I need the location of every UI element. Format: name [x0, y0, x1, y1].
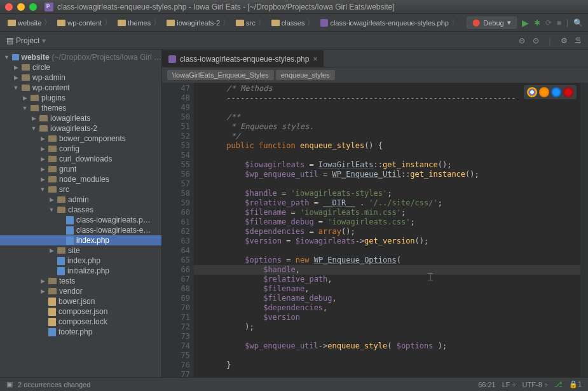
tree-file[interactable]: index.php [0, 256, 161, 266]
tree-arrow-icon[interactable]: ▶ [13, 64, 19, 71]
tree-arrow-icon[interactable]: ▶ [39, 166, 46, 172]
code-line[interactable] [194, 351, 588, 360]
tree-arrow-icon[interactable]: ▶ [31, 115, 37, 121]
code-content[interactable]: /* Methods -----------------------------… [194, 83, 588, 377]
tree-file[interactable]: composer.lock [0, 317, 161, 327]
tree-folder[interactable]: ▶wp-admin [0, 72, 161, 83]
search-icon[interactable]: 🔍 [573, 18, 583, 27]
tree-arrow-icon[interactable]: ▶ [39, 176, 46, 182]
coverage-icon[interactable]: ⟳ [545, 18, 552, 27]
code-line[interactable] [194, 246, 588, 256]
tree-arrow-icon[interactable]: ▶ [39, 278, 46, 284]
project-tool-button[interactable]: ▤ Project ▾ [0, 36, 52, 45]
tree-arrow-icon[interactable]: ▼ [39, 186, 46, 193]
error-stripe[interactable] [580, 83, 588, 377]
editor-tab[interactable]: class-iowagirleats-enqueue-styles.php × [162, 50, 324, 67]
tree-folder[interactable]: ▶plugins [0, 93, 161, 103]
tree-folder[interactable]: ▼classes [0, 205, 161, 215]
tree-arrow-icon[interactable]: ▶ [39, 135, 46, 142]
breadcrumb-item[interactable]: themes〉 [115, 17, 163, 29]
debug-icon[interactable]: ✱ [534, 18, 540, 27]
breadcrumb-item[interactable]: classes〉 [269, 17, 317, 29]
tree-folder[interactable]: ▶config [0, 144, 161, 154]
maximize-icon[interactable] [29, 3, 37, 11]
tool-window-toggle-icon[interactable]: ▣ [6, 380, 13, 388]
code-line[interactable]: /** [194, 113, 588, 122]
breadcrumb-item[interactable]: iowagirleats-2〉 [164, 17, 232, 29]
lock-icon[interactable]: 🔒1 [569, 380, 582, 388]
code-line[interactable]: } [194, 360, 588, 370]
tree-file[interactable]: composer.json [0, 306, 161, 317]
tree-folder[interactable]: ▼src [0, 184, 161, 195]
code-line[interactable]: $wp_enqueue_util = WP_Enqueue_Util::get_… [194, 170, 588, 179]
breadcrumb-class[interactable]: \IowaGirlEats_Enqueue_Styles [167, 70, 274, 80]
tree-file[interactable]: index.php [0, 235, 161, 245]
tree-root[interactable]: ▼ website (~/Dropbox/Projects/Iowa Girl … [0, 52, 161, 62]
breadcrumb-item[interactable]: website〉 [5, 17, 53, 29]
code-line[interactable]: $handle = 'iowagirleats-styles'; [194, 189, 588, 198]
chrome-icon[interactable] [527, 87, 537, 97]
tree-folder[interactable]: ▶site [0, 245, 161, 256]
code-line[interactable]: $handle, [194, 265, 588, 275]
tree-folder[interactable]: ▶iowagirleats [0, 113, 161, 123]
breadcrumb-method[interactable]: enqueue_styles [276, 70, 335, 80]
tree-file[interactable]: footer.php [0, 327, 161, 337]
code-line[interactable]: $filename, [194, 284, 588, 294]
code-line[interactable] [194, 332, 588, 341]
tree-arrow-icon[interactable]: ▶ [48, 247, 55, 254]
code-line[interactable]: $filename_debug, [194, 294, 588, 303]
tree-arrow-icon[interactable]: ▶ [39, 288, 46, 294]
tree-arrow-icon[interactable]: ▶ [22, 95, 28, 101]
tree-file[interactable]: bower.json [0, 296, 161, 306]
tree-folder[interactable]: ▼iowagirleats-2 [0, 123, 161, 134]
git-branch-icon[interactable]: ⎇ [554, 380, 563, 388]
tree-folder[interactable]: ▶admin [0, 195, 161, 205]
tree-arrow-icon[interactable]: ▼ [31, 125, 37, 132]
tree-folder[interactable]: ▶tests [0, 276, 161, 286]
code-line[interactable]: */ [194, 132, 588, 141]
project-tree[interactable]: ▼ website (~/Dropbox/Projects/Iowa Girl … [0, 50, 162, 377]
tree-folder[interactable]: ▶bower_components [0, 134, 161, 144]
code-line[interactable]: $version = $iowagirleats->get_version(); [194, 237, 588, 246]
code-line[interactable]: $dependencies, [194, 303, 588, 313]
tree-arrow-icon[interactable]: ▼ [48, 207, 55, 213]
breadcrumb-item[interactable]: class-iowagirleats-enqueue-styles.php〉 [318, 17, 460, 29]
tree-arrow-icon[interactable]: ▶ [48, 196, 55, 203]
line-separator[interactable]: LF ÷ [502, 381, 516, 388]
code-line[interactable]: $iowagirleats = IowaGirlEats::get_instan… [194, 160, 588, 170]
breadcrumb-item[interactable]: src〉 [233, 17, 268, 29]
tree-folder[interactable]: ▶vendor [0, 286, 161, 296]
breadcrumb-item[interactable]: wp-content〉 [55, 17, 114, 29]
tree-arrow-icon[interactable]: ▶ [39, 156, 46, 162]
caret-position[interactable]: 66:21 [478, 381, 496, 388]
tree-folder[interactable]: ▼themes [0, 103, 161, 113]
code-line[interactable] [194, 179, 588, 189]
code-area[interactable]: 4748495051525354555657585960616263646566… [162, 83, 588, 377]
code-line[interactable]: $options = new WP_Enqueue_Options( [194, 256, 588, 265]
tree-arrow-icon[interactable]: ▼ [13, 85, 19, 91]
close-tab-icon[interactable]: × [313, 55, 317, 64]
code-line[interactable]: * Enqueues styles. [194, 122, 588, 132]
code-line[interactable] [194, 103, 588, 113]
tree-arrow-icon[interactable]: ▶ [13, 74, 19, 81]
tree-folder[interactable]: ▶grunt [0, 164, 161, 174]
code-line[interactable] [194, 370, 588, 377]
code-line[interactable]: $version [194, 313, 588, 322]
close-icon[interactable] [5, 3, 13, 11]
tree-arrow-icon[interactable]: ▼ [22, 105, 28, 111]
code-line[interactable]: public function enqueue_styles() { [194, 141, 588, 151]
code-line[interactable]: ); [194, 322, 588, 332]
gear-icon[interactable]: ⚙ [559, 36, 569, 46]
code-line[interactable]: $filename = 'iowagirleats.min.css'; [194, 208, 588, 217]
stop-icon[interactable]: ■ [557, 18, 561, 27]
file-encoding[interactable]: UTF-8 ÷ [523, 381, 548, 388]
collapse-icon[interactable]: ⊖ [517, 36, 527, 46]
tree-file[interactable]: class-iowagirleats.p… [0, 215, 161, 225]
code-line[interactable] [194, 151, 588, 160]
run-config-selector[interactable]: ⬤ Debug ▾ [467, 17, 516, 29]
tree-folder[interactable]: ▶node_modules [0, 174, 161, 184]
tree-folder[interactable]: ▼wp-content [0, 83, 161, 93]
tree-file[interactable]: initialize.php [0, 266, 161, 276]
code-line[interactable]: $filename_debug = 'iowagirleats.css'; [194, 217, 588, 227]
opera-icon[interactable] [563, 87, 573, 97]
